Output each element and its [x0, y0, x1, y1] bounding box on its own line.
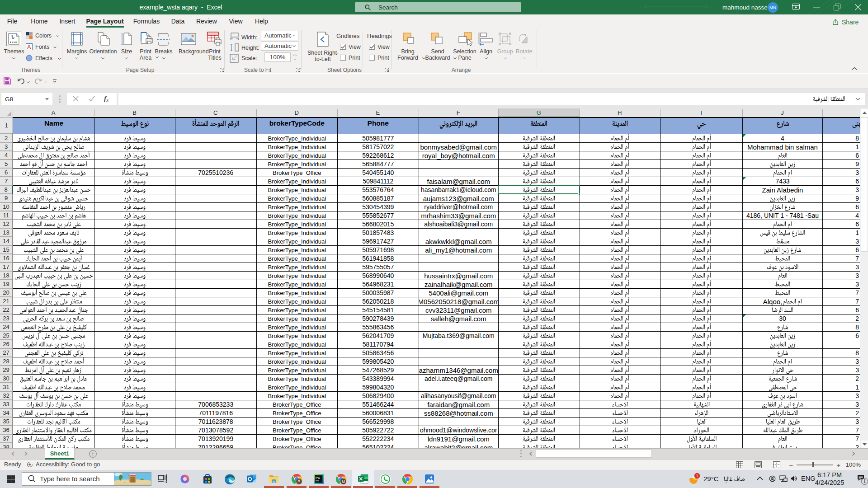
svg-text:M: M — [342, 479, 345, 484]
svg-text:1: 1 — [696, 474, 698, 478]
svg-text:A: A — [27, 44, 31, 50]
svg-text:PC: PC — [316, 476, 320, 479]
